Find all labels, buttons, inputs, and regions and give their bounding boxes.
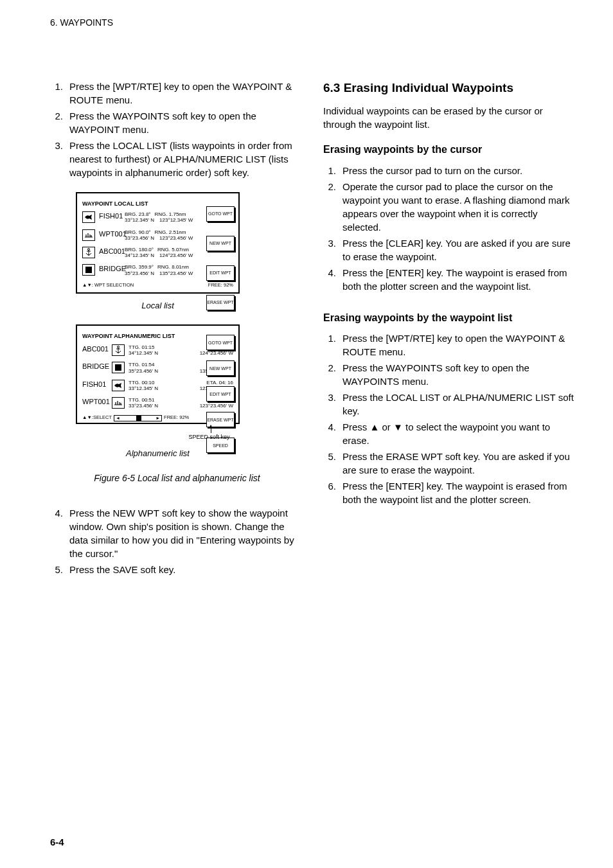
right-column: 6.3 Erasing Individual Waypoints Individ… [323,80,574,580]
edit-wpt-button[interactable]: EDIT WPT [206,265,235,281]
edit-wpt-button[interactable]: EDIT WPT [206,386,235,402]
step-text: Press the [WPT/RTE] key to open the WAYP… [342,332,574,359]
fish-icon [112,380,125,391]
step-text: Operate the cursor pad to place the curs… [342,180,574,234]
erase-cursor-steps: 1.Press the cursor pad to turn on the cu… [323,164,574,293]
page-body: 1.Press the [WPT/RTE] key to open the WA… [0,30,613,580]
step-num: 3. [50,139,63,179]
hint-right: FREE: 92% [164,414,189,421]
step-num: 1. [50,80,63,107]
wpt-name: WPT001 [99,229,125,239]
step-num: 1. [323,164,336,177]
svg-rect-3 [115,364,121,371]
wpt-name: FISH01 [82,380,112,389]
step-text: Press the WAYPOINTS soft key to open the… [69,109,304,136]
goto-wpt-button[interactable]: GOTO WPT [206,335,235,350]
step-num: 1. [323,332,336,359]
lon: 123°23.456' W [159,235,193,241]
scroll-thumb[interactable] [136,416,141,421]
step-num: 3. [323,391,336,418]
lon: 123°12.345' W [159,217,193,223]
step-num: 5. [323,450,336,477]
ttg: TTG. 00:51 [129,397,154,403]
rng: RNG. 8.01nm [157,264,189,270]
erase-list-steps: 1.Press the [WPT/RTE] key to open the WA… [323,332,574,506]
svg-rect-1 [85,267,92,273]
section-title: 6.3 Erasing Individual Waypoints [323,80,574,97]
brg: BRG. 359.9° [125,264,154,270]
brg: BRG. 180.0° [125,247,154,252]
page-header: 6. WAYPOINTS [0,0,613,30]
scroll-bar[interactable]: ◄ ► [114,415,162,421]
step-text: Press the [ENTER] key. The waypoint is e… [342,266,574,293]
anchor-icon [82,247,95,258]
lat: 35°23.456' N [129,368,158,374]
arrow-label: SPEED soft key [159,433,259,441]
step-text: Press the cursor pad to turn on the curs… [342,164,574,177]
wreck-icon [82,229,95,241]
step-num: 5. [50,563,63,576]
lat: 33°12.345' N [125,217,154,223]
wpt-name: BRIDGE [82,362,112,371]
wpt-name: WPT001 [82,397,112,407]
step-text: Press ▲ or ▼ to select the waypoint you … [342,420,574,447]
ttg: TTG. 00:10 [129,380,154,385]
step-text: Press the LOCAL LIST or ALPHA/NUMERIC LI… [342,391,574,418]
step-text: Press the SAVE soft key. [69,563,304,576]
brg: BRG. 23.8° [125,211,151,217]
rng: RNG. 2.51nm [155,229,186,235]
hint-left: ▲▼: WPT SELECTION [82,282,134,289]
step-num: 4. [323,420,336,447]
erase-wpt-button[interactable]: ERASE WPT [206,295,235,310]
wpt-name: ABC001 [99,247,125,256]
arrow-annotation: SPEED soft key [95,425,259,441]
step-num: 2. [323,180,336,234]
lon: 135°23.456' W [159,270,193,276]
step-text: Press the [WPT/RTE] key to open the WAYP… [69,80,304,107]
new-wpt-button[interactable]: NEW WPT [206,360,235,376]
arrow-up-icon [211,425,211,433]
anchor-icon [112,344,125,356]
lat: 34°12.345' N [125,252,154,258]
step-text: Press the [CLEAR] key. You are asked if … [342,236,574,263]
intro-text: Individual waypoints can be erased by th… [323,104,574,131]
wpt-name: FISH01 [99,211,125,221]
square-icon [82,264,95,276]
fish-icon [82,211,95,223]
lat: 35°23.456' N [125,270,154,276]
new-wpt-button[interactable]: NEW WPT [206,236,235,251]
page-number: 6-4 [50,835,64,849]
device-frame-local: WAYPOINT LOCAL LIST FISH01 BRG. 23.8°RNG… [76,192,240,294]
step-text: Press the LOCAL LIST (lists waypoints in… [69,139,304,179]
device-frame-alpha: WAYPOINT ALPHANUMERIC LIST ABC001 TTG. 0… [76,324,240,424]
local-list-figure: WAYPOINT LOCAL LIST FISH01 BRG. 23.8°RNG… [76,192,304,312]
step-num: 2. [323,361,336,388]
lat: 33°23.456' N [125,235,154,241]
goto-wpt-button[interactable]: GOTO WPT [206,206,235,222]
alpha-list-figure: WAYPOINT ALPHANUMERIC LIST ABC001 TTG. 0… [76,324,304,459]
subsection-title: Erasing waypoints by the waypoint list [323,311,574,325]
step-num: 4. [50,506,63,560]
step-text: Press the NEW WPT soft key to show the w… [69,506,304,560]
scroll-left-icon: ◄ [116,415,120,421]
lon: 124°23.456' W [159,252,193,258]
steps-list-top: 1.Press the [WPT/RTE] key to open the WA… [50,80,304,179]
ttg: TTG. 01:15 [129,344,154,350]
wpt-name: BRIDGE [99,264,125,274]
subsection-title: Erasing waypoints by the cursor [323,143,574,157]
section-label: 6. WAYPOINTS [50,17,113,28]
step-text: Press the ERASE WPT soft key. You are as… [342,450,574,477]
lat: 33°23.456' N [129,403,158,409]
wreck-icon [112,397,125,409]
rng: RNG. 1.75nm [155,211,186,217]
step-num: 4. [323,266,336,293]
lat: 34°12.345' N [129,350,158,356]
ttg: TTG. 01:54 [129,362,154,368]
softkeys: GOTO WPT NEW WPT EDIT WPT ERASE WPT [206,206,235,310]
wpt-name: ABC001 [82,344,112,354]
scroll-right-icon: ► [155,415,160,421]
brg: BRG. 90.0° [125,229,151,235]
step-text: Press the WAYPOINTS soft key to open the… [342,361,574,388]
rng: RNG. 5.07nm [157,247,189,252]
step-text: Press the [ENTER] key. The waypoint is e… [342,479,574,506]
